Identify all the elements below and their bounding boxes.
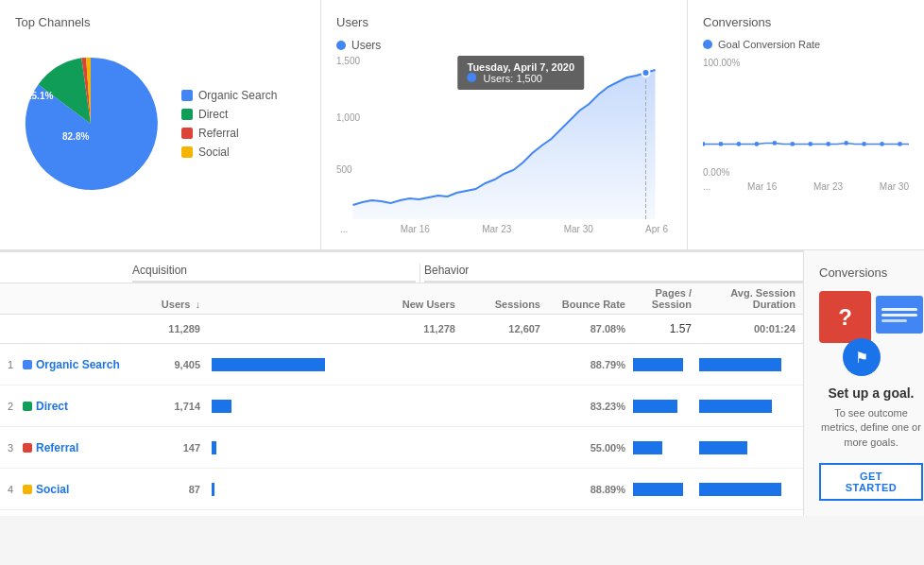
- channel-link-3[interactable]: Social: [36, 483, 69, 496]
- channel-link-1[interactable]: Direct: [36, 400, 68, 413]
- legend-social: Social: [181, 146, 277, 159]
- x-label-0: ...: [340, 224, 348, 234]
- legend-label-organic: Organic Search: [198, 89, 277, 102]
- col-bounce-header: Bounce Rate: [548, 299, 633, 310]
- conversions-bottom-title: Conversions: [819, 265, 887, 280]
- users-tooltip: Tuesday, April 7, 2020 Users: 1,500: [457, 56, 584, 90]
- pie-legend: Organic Search Direct Referral Social: [181, 89, 277, 159]
- pie-chart: 82.8% 15.1%: [15, 48, 166, 199]
- table-section: Acquisition Behavior Users ↓ New Users S…: [0, 250, 803, 516]
- legend-dot-social: [181, 146, 193, 158]
- x-label-1: Mar 16: [401, 224, 430, 234]
- conv-x-0: ...: [703, 181, 710, 192]
- row-pages-2: [633, 441, 699, 454]
- conversions-top-panel: Conversions Goal Conversion Rate 100.00%: [688, 0, 924, 249]
- section-labels-row: Acquisition Behavior: [0, 251, 803, 282]
- users-x-labels: ... Mar 16 Mar 23 Mar 30 Apr 6: [336, 224, 672, 234]
- users-title: Users: [336, 15, 672, 29]
- conv-y-100: 100.00%: [703, 58, 909, 68]
- row-channel-2[interactable]: Referral: [19, 441, 132, 454]
- svg-point-5: [755, 142, 760, 146]
- row-rank-2: 3: [0, 442, 19, 454]
- row-channel-1[interactable]: Direct: [19, 400, 132, 413]
- svg-point-11: [862, 142, 866, 146]
- legend-dot-organic: [181, 90, 193, 101]
- users-legend-label: Users: [351, 39, 381, 52]
- svg-point-1: [642, 69, 650, 77]
- question-box: ?: [819, 291, 871, 343]
- legend-direct: Direct: [181, 108, 277, 121]
- legend-dot-direct: [181, 109, 193, 120]
- legend-referral: Referral: [181, 127, 277, 140]
- row-channel-3[interactable]: Social: [19, 483, 132, 496]
- row-bounce-3: 88.89%: [548, 484, 633, 495]
- top-channels-title: Top Channels: [15, 15, 305, 29]
- col-users-header: Users ↓: [132, 299, 208, 310]
- row-avgsession-0: [699, 358, 803, 371]
- legend-dot-referral: [181, 128, 193, 139]
- col-avgsession-header: Avg. SessionDuration: [699, 287, 803, 310]
- row-rank-1: 2: [0, 401, 19, 412]
- row-bar-1: [208, 400, 368, 413]
- channel-dot-3: [23, 485, 32, 494]
- row-bar-0: [208, 358, 368, 371]
- users-bar-fill-2: [212, 441, 216, 454]
- svg-point-10: [844, 141, 848, 146]
- conv-legend-dot: [703, 40, 712, 49]
- channel-link-0[interactable]: Organic Search: [36, 358, 120, 371]
- conv-chart-wrapper: 100.00% 0.00%: [703, 58, 909, 178]
- conv-legend: Goal Conversion Rate: [703, 39, 909, 50]
- get-started-button[interactable]: GET STARTED: [819, 463, 923, 501]
- behavior-bar-1: [633, 400, 677, 413]
- users-chart-wrapper: 1,500 1,000 500 Tuesday,: [336, 56, 672, 222]
- legend-label-referral: Referral: [198, 127, 239, 140]
- table-rows: 1 Organic Search 9,405 88.79% 2 Direct: [0, 344, 803, 510]
- row-rank-0: 1: [0, 359, 19, 370]
- tooltip-date: Tuesday, April 7, 2020: [467, 61, 574, 73]
- pie-content: 82.8% 15.1% Organic Search Direct Referr…: [15, 48, 305, 199]
- row-users-2: 147: [132, 442, 208, 454]
- behavior-section-label: Behavior: [424, 264, 803, 282]
- set-goal-desc: To see outcome metrics, define one or mo…: [819, 406, 923, 450]
- tooltip-number: 1,500: [516, 73, 542, 84]
- row-channel-0[interactable]: Organic Search: [19, 358, 132, 371]
- tooltip-dot: [467, 73, 476, 82]
- pie-label-15: 15.1%: [26, 91, 53, 101]
- goal-illustration: ? ⚑: [819, 291, 923, 376]
- conv-y-0: 0.00%: [703, 167, 909, 178]
- row-avgsession-1: [699, 400, 803, 413]
- users-y-1000: 1,000: [336, 112, 360, 123]
- row-pages-3: [633, 483, 699, 496]
- users-bar-fill-1: [212, 400, 231, 413]
- list-card: [876, 296, 923, 334]
- avg-bar-2: [699, 441, 747, 454]
- conv-x-1: Mar 16: [747, 181, 777, 192]
- col-pages-header: Pages /Session: [633, 287, 699, 310]
- users-chart-svg: [336, 68, 672, 219]
- x-label-4: Apr 6: [645, 224, 668, 234]
- svg-point-7: [790, 142, 795, 146]
- conv-chart-svg: [703, 70, 909, 164]
- users-legend-dot: [336, 41, 346, 50]
- table-row: 3 Referral 147 55.00%: [0, 427, 803, 469]
- row-rank-3: 4: [0, 484, 19, 495]
- svg-point-12: [880, 142, 884, 146]
- users-sort-arrow[interactable]: ↓: [196, 299, 201, 310]
- conv-x-3: Mar 30: [880, 181, 909, 192]
- bottom-section: Acquisition Behavior Users ↓ New Users S…: [0, 250, 924, 516]
- channel-link-2[interactable]: Referral: [36, 441, 78, 454]
- users-bar-fill-0: [212, 358, 325, 371]
- table-row: 2 Direct 1,714 83.23%: [0, 385, 803, 427]
- avg-bar-1: [699, 400, 772, 413]
- svg-point-13: [898, 142, 902, 146]
- users-y-500: 500: [336, 164, 352, 175]
- svg-point-9: [826, 142, 830, 146]
- question-mark: ?: [838, 304, 852, 331]
- row-avgsession-2: [699, 441, 803, 454]
- x-label-2: Mar 23: [482, 224, 511, 234]
- row-pages-0: [633, 358, 699, 371]
- conv-x-2: Mar 23: [813, 181, 843, 192]
- row-users-0: 9,405: [132, 359, 208, 370]
- pie-label-82: 82.8%: [62, 131, 89, 142]
- list-line-2: [881, 314, 917, 317]
